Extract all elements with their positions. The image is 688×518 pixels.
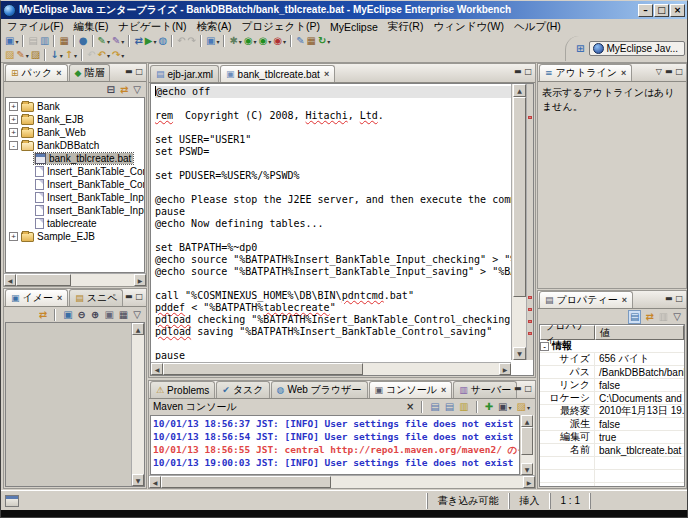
tree-item[interactable]: +Bank_EJB [6, 113, 144, 126]
open-perspective-icon[interactable]: ⊞ [576, 44, 584, 54]
tree-item[interactable]: bank_tblcreate.bat [6, 152, 144, 165]
new-class-menu-icon[interactable]: ▾ [107, 38, 110, 45]
back-icon[interactable]: ↶▾ [97, 48, 111, 62]
title-bar[interactable]: MyEclipse Java エンタープライズ - BankDBBatch/ba… [1, 1, 687, 19]
zoom-out-icon[interactable]: ⊖ [77, 308, 87, 322]
close-tab-icon[interactable]: × [441, 385, 446, 395]
tab-snippets[interactable]: ▤スニペ [69, 289, 123, 306]
tree-item[interactable]: Insert_BankTable_Input_ch [6, 191, 144, 204]
debug-icon[interactable]: ✱▾ [228, 34, 242, 48]
show-advanced-icon[interactable]: ⇄ [644, 310, 654, 324]
actual-size-icon[interactable]: ▣ [103, 308, 114, 322]
scroll-left-button[interactable]: ◀ [4, 274, 16, 286]
display-console-menu-icon[interactable]: ▾ [509, 404, 512, 411]
snapshot-icon[interactable]: ▣▾ [205, 34, 220, 48]
editor-vertical-scrollbar[interactable]: ▲ ▼ [511, 84, 526, 360]
debug-menu-icon[interactable]: ▾ [239, 38, 242, 45]
back-menu-icon[interactable]: ▾ [107, 52, 110, 59]
error-marker[interactable] [528, 332, 532, 335]
link-icon[interactable]: ⇄ [38, 308, 48, 322]
maximize-view-icon[interactable]: □ [524, 67, 532, 77]
commit-icon[interactable]: ↑▾ [64, 48, 78, 62]
fast-view-icon[interactable] [5, 495, 19, 507]
scrollbar-thumb[interactable] [161, 476, 331, 488]
close-tab-icon[interactable]: × [622, 295, 627, 305]
property-row[interactable]: 名前bank_tblcreate.bat [540, 444, 684, 457]
tree-item[interactable]: -BankDBBatch [6, 139, 144, 152]
property-row[interactable]: リンクfalse [540, 379, 684, 392]
scroll-down-button[interactable]: ▼ [521, 463, 533, 475]
package-tree[interactable]: +Bank+Bank_EJB+Bank_Web-BankDBBatchbank_… [5, 97, 145, 273]
close-tab-icon[interactable]: × [57, 293, 62, 303]
scrollbar-thumb[interactable] [521, 427, 533, 455]
new-wizard-menu-icon[interactable]: ▾ [15, 38, 18, 45]
close-tab-icon[interactable]: × [621, 68, 626, 78]
display-console-icon[interactable]: ▣▾ [497, 400, 512, 414]
minimize-view-icon[interactable]: ▬ [665, 294, 673, 304]
scroll-right-button[interactable]: ▶ [523, 476, 535, 488]
tab-hierarchy[interactable]: ◆階層 [69, 64, 111, 81]
fit-window-icon[interactable]: ▦ [118, 308, 129, 322]
scroll-right-button[interactable]: ▶ [499, 363, 511, 375]
run-menu-icon[interactable]: ▾ [254, 38, 257, 45]
new-wizard-icon[interactable]: ▣▾ [4, 34, 19, 48]
tree-item[interactable]: Insert_BankTable_Control_c [6, 165, 144, 178]
property-row[interactable]: 編集可true [540, 431, 684, 444]
scroll-left-button[interactable]: ◀ [151, 363, 163, 375]
forward-menu-icon[interactable]: ▾ [121, 52, 124, 59]
maximize-view-icon[interactable]: □ [135, 292, 143, 302]
tab-console[interactable]: ▣コンソール× [369, 381, 453, 398]
tree-item[interactable]: +Bank_Web [6, 126, 144, 139]
property-row[interactable]: サイズ656 バイト [540, 353, 684, 366]
refresh-icon[interactable]: ↻▾ [317, 34, 331, 48]
import-icon[interactable]: ▨ [4, 48, 15, 62]
tab-image-viewer[interactable]: ▣イメー× [5, 289, 68, 306]
collapse-all-icon[interactable]: ⊟ [106, 83, 116, 97]
tab-servers[interactable]: ▥サーバー [453, 381, 517, 398]
refresh-menu-icon[interactable]: ▾ [327, 38, 330, 45]
maximize-view-icon[interactable]: □ [524, 384, 532, 394]
tab-problems[interactable]: ⚠Problems [150, 381, 215, 398]
view-menu-icon[interactable]: ▽ [132, 83, 142, 97]
checkout-icon[interactable]: ↓▾ [49, 48, 63, 62]
editor-horizontal-scrollbar[interactable]: ◀ ▶ [151, 362, 511, 375]
scroll-down-button[interactable]: ▼ [132, 474, 144, 486]
print-icon[interactable]: ▥ [39, 34, 50, 48]
minimize-view-icon[interactable]: ▬ [125, 292, 133, 302]
minimize-window-button[interactable]: – [638, 4, 653, 17]
scroll-left-button[interactable]: ◀ [149, 476, 161, 488]
maximize-view-icon[interactable]: □ [135, 67, 143, 77]
run-server-menu-icon[interactable]: ▾ [153, 38, 156, 45]
scroll-up-button[interactable]: ▲ [521, 415, 533, 427]
minimize-view-icon[interactable]: ▬ [125, 67, 133, 77]
property-row[interactable]: 最終変2010年1月13日 19... [540, 405, 684, 418]
property-column-header[interactable]: プロパティ [540, 325, 595, 340]
scrollbar-thumb[interactable] [513, 97, 526, 297]
menu-item-9[interactable]: ヘルプ(H) [509, 20, 566, 34]
error-marker[interactable] [528, 320, 532, 323]
expand-icon[interactable]: + [9, 128, 18, 137]
open-console-menu-icon[interactable]: ▾ [527, 404, 530, 411]
scroll-right-button[interactable]: ▶ [134, 274, 146, 286]
console-horizontal-scrollbar[interactable]: ◀ ▶ [149, 475, 535, 488]
scroll-up-button[interactable]: ▲ [513, 84, 526, 97]
console-vertical-scrollbar[interactable]: ▲ ▼ [521, 415, 534, 475]
perspective-myeclipse-button[interactable]: MyEclipse Jav... [589, 41, 686, 56]
open-console-icon[interactable]: ▨▾ [516, 400, 531, 414]
remove-launch-icon[interactable]: ▤ [429, 400, 440, 414]
collapse-icon[interactable]: - [9, 141, 18, 150]
tree-item[interactable]: tablecreate [6, 217, 144, 230]
expand-icon[interactable]: + [9, 115, 18, 124]
menu-item-5[interactable]: プロジェクト(P) [236, 20, 324, 34]
scroll-down-button[interactable]: ▼ [513, 347, 526, 360]
property-row[interactable]: 派生false [540, 418, 684, 431]
run-history-menu-icon[interactable]: ▾ [268, 38, 271, 45]
new-package-menu-icon[interactable]: ▾ [121, 38, 124, 45]
run-history-icon[interactable]: ◉▾ [258, 34, 273, 48]
scrollbar-thumb[interactable] [163, 363, 363, 375]
view-menu-icon[interactable]: ▽ [132, 308, 142, 322]
minimize-view-icon[interactable]: ▬ [514, 67, 522, 77]
convert-icon[interactable]: ✎ [295, 34, 305, 48]
property-row[interactable]: パス/BankDBBatch/bank... [540, 366, 684, 379]
view-menu-icon[interactable]: ▽ [656, 67, 662, 77]
